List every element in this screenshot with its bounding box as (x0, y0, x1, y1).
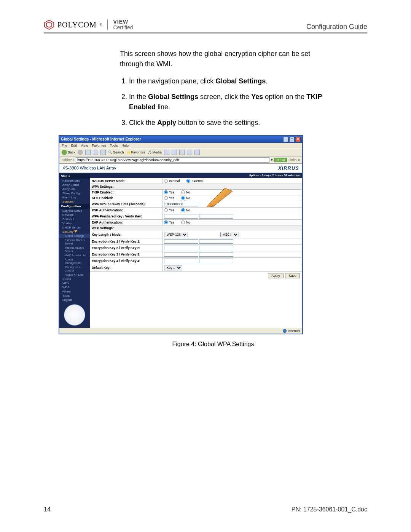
row-defkey: Default Key: (90, 264, 162, 271)
sidebar-item-mgmt-control[interactable]: Management Control (59, 265, 90, 273)
sidebar-item-array-status[interactable]: Array Status (59, 183, 90, 187)
body-content: This screen shows how the global encrypt… (120, 49, 333, 128)
refresh-icon[interactable] (93, 150, 98, 155)
maximize-icon[interactable]: □ (289, 137, 295, 142)
minimize-icon[interactable]: _ (283, 137, 288, 142)
doc-id: PN: 1725-36061-001_C.doc (292, 506, 367, 513)
keylen-select[interactable]: WEP-128 (164, 232, 188, 237)
print-icon[interactable] (179, 150, 185, 155)
save-button[interactable]: Save (285, 273, 300, 278)
doc-title: Configuration Guide (306, 23, 367, 31)
sidebar-item-rogue-ap[interactable]: Rogue AP List (59, 273, 90, 277)
radio-eap-no[interactable]: No (181, 220, 190, 224)
keymode-select[interactable]: ASCII (220, 232, 239, 237)
sidebar-item-iaps[interactable]: IAPs (59, 281, 90, 285)
ie-menubar[interactable]: FileEditViewFavoritesToolsHelp (59, 143, 302, 148)
sidebar-item-mac-access[interactable]: MAC Access List (59, 253, 90, 257)
sidebar-item-network[interactable]: Network (59, 213, 90, 217)
close-icon[interactable]: × (295, 137, 301, 142)
radio-eap-yes[interactable]: Yes (164, 220, 174, 224)
ek4-input[interactable] (164, 259, 198, 263)
sidebar-item-event-log[interactable]: Event Log (59, 195, 90, 200)
sidebar-item-network-map[interactable]: Network Map (59, 179, 90, 183)
sidebar-item-logout[interactable]: Logout (59, 298, 90, 302)
ek2-verify-input[interactable] (199, 246, 233, 250)
row-preshared: WPA Preshared Key / Verify Key: (90, 213, 162, 219)
radio-internal[interactable]: Internal (164, 179, 180, 183)
radio-psk-no[interactable]: No (181, 208, 190, 212)
back-icon (62, 150, 67, 155)
sidebar-item-express-setup[interactable]: Express Setup (59, 209, 90, 213)
row-wpa-header: WPA Settings: (90, 184, 302, 189)
sidebar-item-global-settings[interactable]: Global Settings (59, 234, 90, 238)
sidebar-item-ext-radius[interactable]: External Radius Server (59, 238, 90, 246)
polycom-logo-icon (44, 19, 54, 30)
row-eap: EAP Authentication: (90, 219, 162, 225)
row-wep-header: WEP Settings: (90, 225, 302, 231)
ek3-input[interactable] (164, 252, 198, 257)
row-aes: AES Enabled: (90, 195, 162, 201)
row-rekey: WPA Group Rekey Time (seconds): (90, 201, 162, 207)
brand-block: POLYCOM ® VIEW Certified (44, 19, 133, 31)
svg-marker-1 (46, 22, 52, 27)
ie-address-bar: Address ▾ ➔ Go Links » (59, 157, 302, 164)
forward-icon[interactable] (78, 150, 83, 155)
sidebar-item-tools[interactable]: Tools (59, 294, 90, 298)
radio-tkip-no[interactable]: No (181, 190, 190, 194)
sidebar-item-array-info[interactable]: Array Info (59, 187, 90, 191)
sidebar-header-status: Status (59, 174, 90, 179)
row-ek2: Encryption Key 2 / Verify Key 2: (90, 244, 162, 251)
favorites-button[interactable]: ⭐Favorites (126, 150, 145, 154)
ek3-verify-input[interactable] (199, 252, 233, 257)
antenna-diagram-icon (64, 304, 85, 326)
address-label: Address (62, 158, 74, 162)
row-keylen: Key Length / Mode: (90, 231, 162, 238)
figure-caption: Figure 4: Global WPA Settings (59, 341, 367, 348)
sidebar-item-admin-mgmt[interactable]: Admin Management (59, 257, 90, 265)
settings-table: RADIUS Server Mode: Internal External WP… (90, 178, 302, 272)
apply-button[interactable]: Apply (268, 273, 284, 278)
sidebar-item-dhcp[interactable]: DHCP Server (59, 225, 90, 230)
history-icon[interactable] (164, 150, 169, 155)
back-button[interactable]: Back (62, 150, 75, 155)
ek1-verify-input[interactable] (199, 239, 233, 244)
preshared-key-input[interactable] (164, 214, 198, 219)
ek2-input[interactable] (164, 246, 198, 250)
status-text: Internet (288, 329, 300, 333)
radio-tkip-yes[interactable]: Yes (164, 190, 174, 194)
stop-icon[interactable] (85, 150, 91, 155)
internet-zone-icon (283, 329, 287, 333)
radio-aes-no[interactable]: No (181, 196, 190, 200)
radio-psk-yes[interactable]: Yes (164, 208, 174, 212)
mail-icon[interactable] (172, 150, 177, 155)
home-icon[interactable] (100, 150, 106, 155)
radio-external[interactable]: External (186, 179, 203, 183)
window-title: Global Settings - Microsoft Internet Exp… (61, 137, 141, 141)
go-button[interactable]: ➔ Go (274, 158, 287, 162)
defkey-select[interactable]: Key 1 (164, 265, 182, 270)
sidebar-item-services[interactable]: Services (59, 217, 90, 221)
ie-titlebar: Global Settings - Microsoft Internet Exp… (59, 136, 302, 143)
sidebar-item-stations[interactable]: Stations (59, 200, 90, 204)
sidebar-item-int-radius[interactable]: Internal Radius Server (59, 246, 90, 253)
sidebar-item-vlans[interactable]: VLANs (59, 221, 90, 225)
sidebar-item-wds[interactable]: WDS (59, 285, 90, 289)
sidebar-item-ssids[interactable]: SSIDs (59, 277, 90, 281)
links-label[interactable]: Links (288, 158, 296, 162)
radio-aes-yes[interactable]: Yes (164, 196, 174, 200)
sidebar-item-show-config[interactable]: Show Config (59, 191, 90, 195)
address-input[interactable] (76, 157, 269, 163)
sidebar-item-filters[interactable]: Filters (59, 289, 90, 294)
edit-icon[interactable] (187, 150, 192, 155)
ek4-verify-input[interactable] (199, 259, 233, 263)
ie-toolbar[interactable]: Back 🔍Search ⭐Favorites 🎵Media (59, 148, 302, 157)
search-button[interactable]: 🔍Search (108, 150, 124, 154)
sidebar-item-security[interactable]: Security (59, 230, 90, 234)
ek1-input[interactable] (164, 239, 198, 244)
brand-subtitle: VIEW Certified (113, 19, 133, 31)
discuss-icon[interactable] (194, 150, 200, 155)
rekey-input[interactable] (164, 202, 198, 206)
preshared-verify-input[interactable] (199, 214, 233, 219)
product-name: XS-3900 Wireless LAN Array (62, 166, 116, 170)
media-button[interactable]: 🎵Media (148, 150, 162, 154)
